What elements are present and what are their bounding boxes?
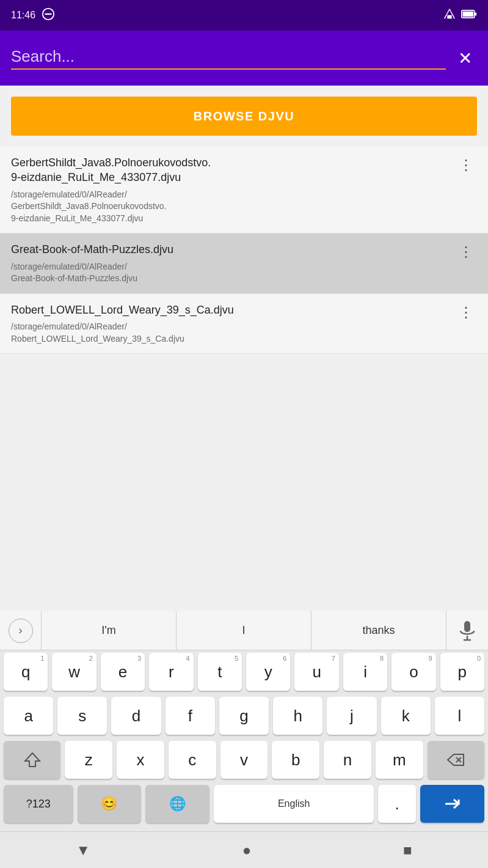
key-o[interactable]: 9o bbox=[391, 653, 435, 691]
mic-button[interactable] bbox=[446, 611, 488, 650]
space-key[interactable]: English bbox=[214, 785, 374, 823]
key-j[interactable]: j bbox=[327, 697, 376, 735]
more-options-button[interactable]: ⋮ bbox=[455, 303, 477, 322]
backspace-key[interactable] bbox=[428, 741, 484, 779]
more-options-button[interactable]: ⋮ bbox=[455, 242, 477, 262]
file-info: Robert_LOWELL_Lord_Weary_39_s_Ca.djvu /s… bbox=[11, 303, 455, 345]
key-row-3: z x c v b n m bbox=[4, 741, 484, 779]
svg-rect-8 bbox=[464, 621, 470, 632]
key-z[interactable]: z bbox=[65, 741, 112, 779]
suggestion-item[interactable]: I'm bbox=[42, 611, 177, 650]
key-d[interactable]: d bbox=[111, 697, 161, 735]
file-name: Robert_LOWELL_Lord_Weary_39_s_Ca.djvu bbox=[11, 303, 455, 317]
key-q[interactable]: 1q bbox=[4, 653, 48, 691]
shift-key[interactable] bbox=[4, 741, 60, 779]
file-path: /storage/emulated/0/AlReader/Robert_LOWE… bbox=[11, 321, 455, 345]
bottom-nav: ▼ ● ■ bbox=[0, 831, 488, 868]
close-button[interactable]: ✕ bbox=[453, 46, 477, 71]
keyboard: › I'm I thanks 1q 2w 3e 4r 5t 6y 7u 8i 9… bbox=[0, 611, 488, 831]
svg-rect-7 bbox=[463, 12, 473, 17]
file-path: /storage/emulated/0/AlReader/GerbertShil… bbox=[11, 189, 455, 225]
file-path: /storage/emulated/0/AlReader/Great-Book-… bbox=[11, 261, 455, 285]
key-n[interactable]: n bbox=[324, 741, 371, 779]
key-x[interactable]: x bbox=[117, 741, 164, 779]
emoji-key[interactable]: 😊 bbox=[78, 785, 142, 823]
file-item[interactable]: Great-Book-of-Math-Puzzles.djvu /storage… bbox=[0, 234, 488, 293]
file-info: GerbertShildt_Java8.Polnoerukovodstvo.9-… bbox=[11, 155, 455, 224]
browse-button-wrap: BROWSE DJVU bbox=[0, 86, 488, 147]
suggestions-row: › I'm I thanks bbox=[0, 611, 488, 650]
key-a[interactable]: a bbox=[4, 697, 53, 735]
status-right bbox=[443, 7, 477, 23]
key-row-2: a s d f g h j k l bbox=[4, 697, 484, 735]
search-input[interactable] bbox=[11, 47, 446, 66]
key-p[interactable]: 0p bbox=[440, 653, 484, 691]
key-w[interactable]: 2w bbox=[52, 653, 96, 691]
num-sym-key[interactable]: ?123 bbox=[4, 785, 73, 823]
key-s[interactable]: s bbox=[57, 697, 107, 735]
svg-rect-4 bbox=[447, 15, 451, 19]
status-bar: 11:46 bbox=[0, 0, 488, 31]
file-name: Great-Book-of-Math-Puzzles.djvu bbox=[11, 242, 455, 257]
back-button[interactable]: ▼ bbox=[76, 842, 90, 859]
key-k[interactable]: k bbox=[381, 697, 431, 735]
key-g[interactable]: g bbox=[219, 697, 269, 735]
file-item[interactable]: Robert_LOWELL_Lord_Weary_39_s_Ca.djvu /s… bbox=[0, 294, 488, 354]
key-row-1: 1q 2w 3e 4r 5t 6y 7u 8i 9o 0p bbox=[4, 653, 484, 691]
status-left: 11:46 bbox=[11, 7, 55, 23]
keyboard-rows: 1q 2w 3e 4r 5t 6y 7u 8i 9o 0p a s d f g … bbox=[0, 650, 488, 831]
key-f[interactable]: f bbox=[166, 697, 215, 735]
key-y[interactable]: 6y bbox=[246, 653, 290, 691]
period-key[interactable]: . bbox=[378, 785, 416, 823]
key-t[interactable]: 5t bbox=[198, 653, 242, 691]
svg-rect-6 bbox=[475, 12, 476, 15]
browse-djvu-button[interactable]: BROWSE DJVU bbox=[11, 97, 477, 136]
time-display: 11:46 bbox=[11, 10, 35, 21]
recent-button[interactable]: ■ bbox=[403, 842, 412, 859]
search-input-wrap bbox=[11, 47, 446, 70]
suggestion-item[interactable]: thanks bbox=[311, 611, 446, 650]
key-l[interactable]: l bbox=[435, 697, 484, 735]
signal-icon bbox=[443, 7, 456, 23]
home-button[interactable]: ● bbox=[242, 842, 252, 859]
key-m[interactable]: m bbox=[376, 741, 423, 779]
key-i[interactable]: 8i bbox=[343, 653, 387, 691]
expand-icon: › bbox=[9, 619, 33, 643]
key-r[interactable]: 4r bbox=[149, 653, 193, 691]
file-item[interactable]: GerbertShildt_Java8.Polnoerukovodstvo.9-… bbox=[0, 147, 488, 234]
file-info: Great-Book-of-Math-Puzzles.djvu /storage… bbox=[11, 242, 455, 284]
more-options-button[interactable]: ⋮ bbox=[455, 155, 477, 175]
key-e[interactable]: 3e bbox=[101, 653, 145, 691]
key-h[interactable]: h bbox=[273, 697, 322, 735]
language-key[interactable]: 🌐 bbox=[145, 785, 209, 823]
file-name: GerbertShildt_Java8.Polnoerukovodstvo.9-… bbox=[11, 155, 455, 185]
key-b[interactable]: b bbox=[272, 741, 319, 779]
battery-icon bbox=[461, 9, 477, 22]
expand-suggestions-button[interactable]: › bbox=[0, 611, 42, 650]
search-bar: ✕ bbox=[0, 31, 488, 86]
key-v[interactable]: v bbox=[220, 741, 268, 779]
file-list: GerbertShildt_Java8.Polnoerukovodstvo.9-… bbox=[0, 147, 488, 354]
suggestion-item[interactable]: I bbox=[177, 611, 311, 650]
do-not-disturb-icon bbox=[42, 7, 55, 23]
key-c[interactable]: c bbox=[169, 741, 216, 779]
key-u[interactable]: 7u bbox=[294, 653, 338, 691]
search-underline bbox=[11, 68, 446, 70]
key-row-4: ?123 😊 🌐 English . bbox=[4, 785, 484, 823]
enter-key[interactable] bbox=[420, 785, 484, 823]
